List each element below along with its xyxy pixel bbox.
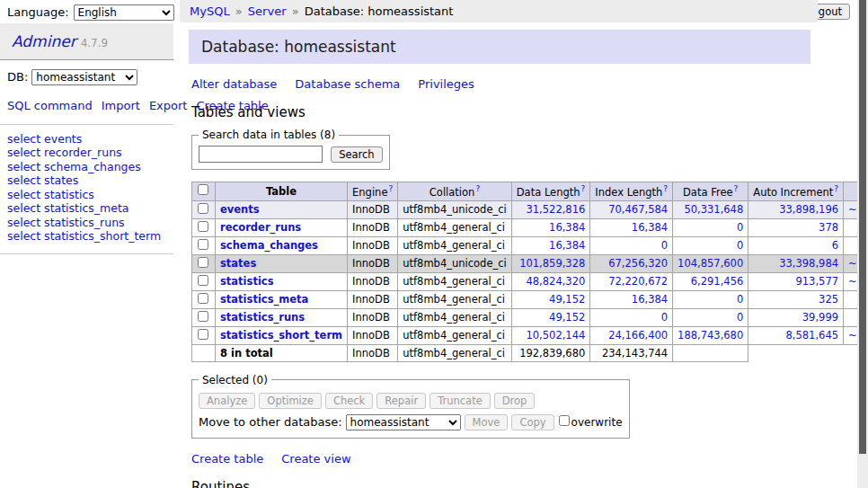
select-all-checkbox[interactable] bbox=[198, 184, 208, 195]
create-link[interactable]: Create view bbox=[281, 452, 350, 466]
data-free-link[interactable]: 6,291,456 bbox=[691, 275, 744, 288]
scrollbar-thumb[interactable] bbox=[859, 0, 866, 454]
auto-increment-link[interactable]: 33,898,196 bbox=[779, 203, 838, 216]
table-name-link[interactable]: schema_changes bbox=[220, 239, 318, 252]
help-icon[interactable]: ? bbox=[834, 184, 838, 193]
copy-button[interactable]: Copy bbox=[511, 414, 554, 430]
column-header-engine[interactable]: Engine? bbox=[348, 182, 398, 201]
index-length-link[interactable]: 0 bbox=[661, 311, 668, 324]
sidebar-action-link[interactable]: Export bbox=[149, 99, 188, 112]
sidebar-action-link[interactable]: Import bbox=[102, 99, 140, 112]
auto-increment-link[interactable]: 325 bbox=[819, 293, 838, 306]
auto-increment-link[interactable]: 913,577 bbox=[795, 275, 838, 288]
table-name-link[interactable]: statistics_short_term bbox=[220, 329, 342, 342]
sidebar-table-link[interactable]: select statistics_meta bbox=[7, 202, 166, 216]
index-length-link[interactable]: 0 bbox=[661, 239, 668, 252]
language-select[interactable]: English bbox=[74, 4, 174, 21]
adminer-brand-link[interactable]: Adminer bbox=[12, 32, 76, 50]
auto-increment-link[interactable]: 39,999 bbox=[802, 311, 838, 324]
column-header-data-free[interactable]: Data Free? bbox=[673, 182, 748, 201]
vertical-scrollbar[interactable] bbox=[857, 0, 868, 488]
data-length-link[interactable]: 10,502,144 bbox=[526, 329, 585, 342]
db-action-link[interactable]: Alter database bbox=[191, 77, 277, 91]
breadcrumb-link[interactable]: MySQL bbox=[190, 4, 230, 18]
create-link[interactable]: Create table bbox=[191, 452, 263, 466]
search-input[interactable] bbox=[199, 146, 323, 163]
index-length-link[interactable]: 16,384 bbox=[632, 293, 668, 306]
table-name-link[interactable]: statistics bbox=[220, 275, 274, 288]
data-free-link[interactable]: 0 bbox=[737, 293, 743, 306]
help-icon[interactable]: ? bbox=[734, 184, 739, 193]
drop-button[interactable]: Drop bbox=[494, 393, 536, 409]
index-length-cell: 70,467,584 bbox=[590, 200, 673, 218]
index-length-link[interactable]: 24,166,400 bbox=[608, 329, 668, 342]
index-length-link[interactable]: 70,467,584 bbox=[608, 203, 668, 216]
row-checkbox[interactable] bbox=[198, 275, 208, 286]
search-button[interactable]: Search bbox=[331, 146, 383, 163]
column-header-data-length[interactable]: Data Length? bbox=[511, 182, 590, 201]
sidebar-table-link[interactable]: select recorder_runs bbox=[7, 146, 166, 160]
data-length-link[interactable]: 31,522,816 bbox=[526, 203, 585, 216]
table-name-link[interactable]: recorder_runs bbox=[220, 221, 301, 234]
row-checkbox[interactable] bbox=[198, 293, 208, 304]
index-length-link[interactable]: 16,384 bbox=[632, 221, 668, 234]
help-icon[interactable]: ? bbox=[388, 184, 393, 193]
column-header-collation[interactable]: Collation? bbox=[398, 182, 512, 201]
data-free-link[interactable]: 188,743,680 bbox=[678, 329, 743, 342]
row-checkbox[interactable] bbox=[198, 203, 208, 214]
column-header-index-length[interactable]: Index Length? bbox=[590, 182, 673, 201]
index-length-link[interactable]: 72,220,672 bbox=[608, 275, 668, 288]
table-name-link[interactable]: states bbox=[220, 257, 256, 270]
sidebar-table-link[interactable]: select events bbox=[7, 133, 166, 146]
row-checkbox[interactable] bbox=[198, 239, 208, 250]
db-action-link[interactable]: Privileges bbox=[418, 77, 474, 91]
breadcrumb-link[interactable]: Server bbox=[248, 4, 287, 18]
table-name-link[interactable]: statistics_runs bbox=[220, 311, 305, 324]
data-length-link[interactable]: 49,152 bbox=[549, 311, 585, 324]
data-free-link[interactable]: 0 bbox=[737, 239, 743, 252]
row-checkbox[interactable] bbox=[198, 257, 208, 268]
data-free-link[interactable]: 0 bbox=[737, 221, 743, 234]
auto-increment-link[interactable]: 33,398,984 bbox=[779, 257, 838, 270]
auto-increment-link[interactable]: 378 bbox=[819, 221, 838, 234]
move-db-select[interactable]: homeassistant bbox=[346, 414, 461, 430]
overwrite-checkbox[interactable] bbox=[559, 415, 570, 426]
auto-increment-link[interactable]: 6 bbox=[832, 239, 838, 252]
column-header-table[interactable]: Table bbox=[216, 182, 348, 201]
sidebar-table-link[interactable]: select statistics_runs bbox=[7, 217, 166, 230]
sidebar-action-link[interactable]: SQL command bbox=[7, 99, 93, 112]
repair-button[interactable]: Repair bbox=[376, 393, 426, 409]
select-all-cell bbox=[192, 182, 216, 201]
sidebar-table-link[interactable]: select statistics_short_term bbox=[7, 230, 166, 244]
table-name-link[interactable]: events bbox=[220, 203, 260, 216]
data-free-link[interactable]: 0 bbox=[737, 311, 743, 324]
optimize-button[interactable]: Optimize bbox=[259, 393, 322, 409]
column-header-auto-increment[interactable]: Auto Increment? bbox=[748, 182, 844, 201]
index-length-link[interactable]: 67,256,320 bbox=[608, 257, 668, 270]
data-free-link[interactable]: 104,857,600 bbox=[678, 257, 743, 270]
data-length-link[interactable]: 49,152 bbox=[549, 293, 585, 306]
row-checkbox[interactable] bbox=[198, 221, 208, 232]
help-icon[interactable]: ? bbox=[663, 184, 668, 193]
sidebar-table-link[interactable]: select states bbox=[7, 174, 166, 188]
sidebar-table-link[interactable]: select statistics bbox=[7, 189, 166, 202]
analyze-button[interactable]: Analyze bbox=[199, 393, 255, 409]
data-length-link[interactable]: 101,859,328 bbox=[519, 257, 585, 270]
data-length-link[interactable]: 16,384 bbox=[549, 221, 585, 234]
table-name-link[interactable]: statistics_meta bbox=[220, 293, 308, 306]
check-button[interactable]: Check bbox=[325, 393, 373, 409]
help-icon[interactable]: ? bbox=[475, 184, 480, 193]
move-button[interactable]: Move bbox=[465, 414, 509, 430]
help-icon[interactable]: ? bbox=[581, 184, 586, 193]
data-free-link[interactable]: 50,331,648 bbox=[684, 203, 743, 216]
data-length-link[interactable]: 16,384 bbox=[549, 239, 585, 252]
db-select[interactable]: homeassistant bbox=[31, 69, 137, 85]
auto-increment-link[interactable]: 8,581,645 bbox=[786, 329, 839, 342]
sidebar-table-link[interactable]: select schema_changes bbox=[7, 161, 166, 174]
row-checkbox[interactable] bbox=[198, 311, 208, 322]
row-checkbox[interactable] bbox=[198, 329, 208, 340]
truncate-button[interactable]: Truncate bbox=[430, 393, 491, 409]
db-action-link[interactable]: Database schema bbox=[295, 77, 400, 91]
breadcrumb-current: Database: homeassistant bbox=[305, 4, 454, 18]
data-length-link[interactable]: 48,824,320 bbox=[526, 275, 585, 288]
